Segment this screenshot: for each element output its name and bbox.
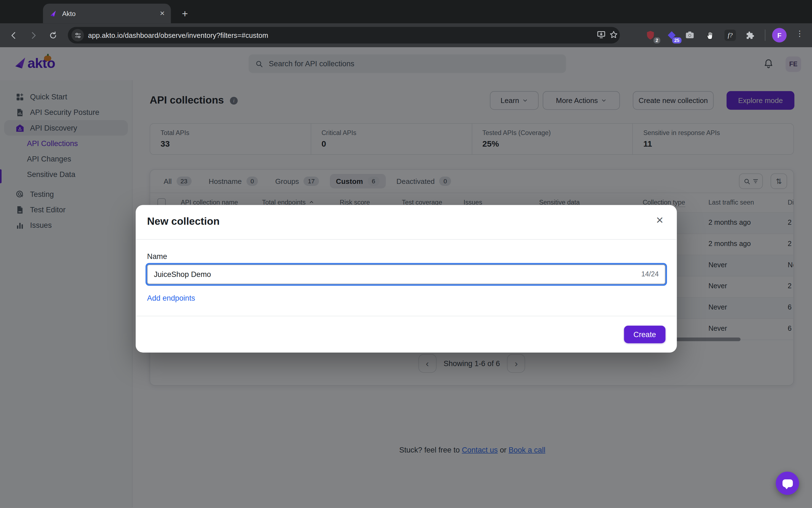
new-collection-modal: New collection × Name 14/24 Add endpoint… [135,205,677,352]
akto-favicon-icon [49,10,57,17]
install-app-icon[interactable] [595,29,607,41]
shield-badge: 2 [653,37,660,44]
extension-shield-icon[interactable]: 2 [644,29,657,41]
modal-close-icon[interactable]: × [653,213,666,227]
create-button[interactable]: Create [624,326,665,343]
forward-button[interactable] [26,28,41,43]
extension-diamond-icon[interactable]: 25 [665,29,678,41]
modal-title: New collection [147,215,220,227]
tab-title: Akto [62,10,160,17]
screen: Akto × + app.akto.io/dashboard/observe/i… [0,0,812,508]
name-field-label: Name [147,252,167,260]
chat-bubble-icon [782,479,793,487]
chat-widget-button[interactable] [776,472,799,495]
browser-chrome: Akto × + app.akto.io/dashboard/observe/i… [0,0,812,47]
back-button[interactable] [6,28,21,43]
char-counter: 14/24 [641,270,659,278]
modal-divider [135,316,677,316]
toolbar-divider [765,30,765,41]
bookmark-star-icon[interactable] [607,29,620,41]
tab-close-icon[interactable]: × [160,9,165,18]
extension-fq-icon[interactable]: f? [724,29,736,41]
url-bar[interactable]: app.akto.io/dashboard/observe/inventory?… [68,27,620,44]
modal-divider [135,239,677,240]
collection-name-input[interactable] [147,264,665,284]
reload-button[interactable] [46,28,60,43]
browser-tab[interactable]: Akto × [43,4,171,23]
new-tab-button[interactable]: + [178,7,192,20]
site-settings-icon[interactable] [72,29,84,41]
extension-hand-icon[interactable] [704,29,716,41]
add-endpoints-link[interactable]: Add endpoints [147,294,195,302]
url-text[interactable]: app.akto.io/dashboard/observe/inventory?… [88,31,269,39]
extensions-puzzle-icon[interactable] [744,29,756,41]
extension-camera-icon[interactable] [684,29,696,41]
browser-menu-icon[interactable]: ⋮ [794,29,805,38]
browser-profile-avatar[interactable]: F [772,28,787,43]
diamond-badge: 25 [672,37,682,44]
